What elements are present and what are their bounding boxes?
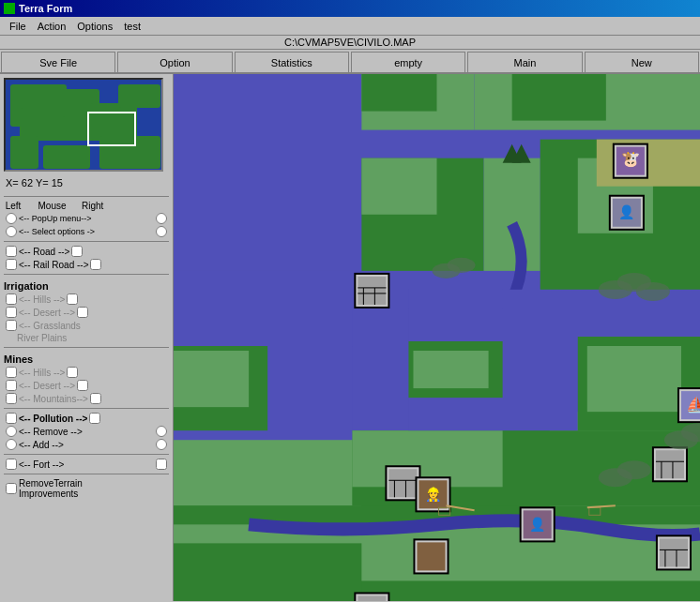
divider-7 [4, 474, 169, 474]
mines-desert-label: <-- Desert --> [19, 381, 75, 391]
mines-mountains-row: <-- Mountains--> [4, 393, 169, 404]
mines-mountains-label: <-- Mountains--> [19, 394, 88, 404]
irr-grass-checkbox[interactable] [6, 320, 17, 331]
irrigation-title: Irrigation [4, 280, 169, 292]
map-area[interactable]: 🐮 👤 ⛵ [174, 74, 700, 601]
svg-rect-7 [99, 136, 160, 169]
mines-desert-checkbox[interactable] [6, 380, 17, 391]
svg-point-100 [617, 460, 651, 479]
svg-rect-63 [388, 469, 417, 497]
mouse-label: Mouse [26, 201, 78, 211]
railroad-checkbox[interactable] [6, 259, 17, 270]
svg-rect-13 [361, 74, 436, 112]
tab-option[interactable]: Option [117, 52, 232, 72]
menu-options[interactable]: Options [71, 19, 118, 34]
left-panel: X= 62 Y= 15 Left Mouse Right <-- PopUp m… [0, 74, 174, 601]
tab-new[interactable]: New [585, 52, 699, 72]
divider-2 [4, 241, 169, 242]
menu-bar: File Action Options test [0, 17, 700, 36]
svg-text:🐮: 🐮 [621, 150, 640, 168]
svg-rect-86 [358, 595, 386, 601]
irr-grass-label: <-- Grasslands [19, 321, 81, 331]
select-right-radio[interactable] [156, 226, 167, 237]
remove-terrain-label: RemoveTerrain [19, 478, 83, 489]
irr-desert-label: <-- Desert --> [19, 308, 75, 318]
svg-rect-11 [174, 74, 324, 149]
popup-row: <-- PopUp menu--> [4, 213, 169, 224]
irr-plains-label: River Plains [17, 333, 67, 343]
divider-6 [4, 454, 169, 455]
pollution-right[interactable] [89, 413, 100, 424]
svg-rect-33 [174, 543, 361, 599]
svg-rect-54 [358, 277, 386, 305]
map-svg: 🐮 👤 ⛵ [174, 74, 700, 601]
svg-text:⛵: ⛵ [686, 396, 700, 414]
tab-bar: Sve File Option Statistics empty Main Ne… [0, 50, 700, 74]
menu-file[interactable]: File [4, 19, 32, 34]
svg-rect-44 [587, 346, 681, 412]
svg-rect-79 [660, 538, 688, 566]
railroad-right-checkbox[interactable] [90, 259, 101, 270]
svg-rect-6 [43, 145, 90, 169]
mines-desert-right[interactable] [77, 380, 88, 391]
pollution-remove-right[interactable] [156, 426, 167, 437]
select-label: <-- Select options -> [19, 227, 154, 236]
pollution-checkbox[interactable] [6, 413, 17, 424]
pollution-add-right[interactable] [156, 439, 167, 450]
mines-hills-checkbox[interactable] [6, 367, 17, 378]
popup-right-radio[interactable] [156, 213, 167, 224]
file-path: C:\CVMAP5VE\CIVILO.MAP [0, 36, 700, 50]
minimap-svg [6, 80, 163, 172]
svg-point-96 [448, 258, 476, 273]
irr-desert-right[interactable] [77, 307, 88, 318]
road-checkbox[interactable] [6, 246, 17, 257]
svg-rect-40 [413, 351, 488, 388]
irr-desert-checkbox[interactable] [6, 307, 17, 318]
pollution-header-row: <-- Pollution --> [4, 413, 169, 424]
irrigation-grass-row: <-- Grasslands [4, 320, 169, 331]
irr-hills-label: <-- Hills --> [19, 294, 65, 305]
irr-hills-checkbox[interactable] [6, 293, 17, 305]
remove-terrain-row: RemoveTerrain Improvements [4, 478, 169, 499]
coordinates: X= 62 Y= 15 [4, 175, 169, 190]
mines-title: Mines [4, 354, 169, 365]
popup-label: <-- PopUp menu--> [19, 214, 154, 223]
irrigation-hills-row: <-- Hills --> [4, 293, 169, 305]
tab-statistics[interactable]: Statistics [235, 52, 349, 72]
divider-5 [4, 408, 169, 409]
tab-main[interactable]: Main [467, 52, 582, 72]
select-left-radio[interactable] [6, 226, 17, 237]
tab-empty[interactable]: empty [351, 52, 465, 72]
road-row: <-- Road --> [4, 246, 169, 257]
svg-rect-19 [361, 158, 436, 215]
svg-text:👤: 👤 [529, 517, 546, 533]
road-label: <-- Road --> [19, 247, 69, 257]
remove-terrain-sublabel: Improvements [19, 489, 83, 499]
fort-row: <-- Fort --> [4, 459, 169, 470]
tab-sve-file[interactable]: Sve File [1, 52, 115, 72]
mines-hills-right[interactable] [67, 367, 78, 378]
svg-rect-26 [174, 430, 361, 505]
pollution-remove-label: <-- Remove --> [19, 427, 154, 437]
title-bar: Terra Form [0, 0, 700, 17]
fort-label: <-- Fort --> [19, 459, 154, 470]
popup-left-radio[interactable] [6, 213, 17, 224]
minimap[interactable] [4, 78, 163, 172]
road-right-checkbox[interactable] [71, 246, 83, 257]
svg-rect-84 [417, 542, 445, 570]
mines-mountains-checkbox[interactable] [6, 393, 17, 404]
mines-mountains-right[interactable] [90, 393, 101, 404]
svg-rect-38 [503, 337, 578, 430]
app-icon [4, 3, 15, 14]
remove-terrain-checkbox[interactable] [6, 483, 17, 494]
railroad-label: <-- Rail Road --> [19, 260, 88, 270]
fort-checkbox[interactable] [6, 459, 17, 470]
pollution-remove-left[interactable] [6, 426, 17, 437]
menu-test[interactable]: test [118, 19, 146, 34]
irr-hills-right[interactable] [67, 293, 78, 305]
fort-right[interactable] [156, 459, 167, 470]
menu-action[interactable]: Action [32, 19, 72, 34]
pollution-add-left[interactable] [6, 439, 17, 450]
mines-desert-row: <-- Desert --> [4, 380, 169, 391]
svg-text:👤: 👤 [618, 204, 635, 220]
